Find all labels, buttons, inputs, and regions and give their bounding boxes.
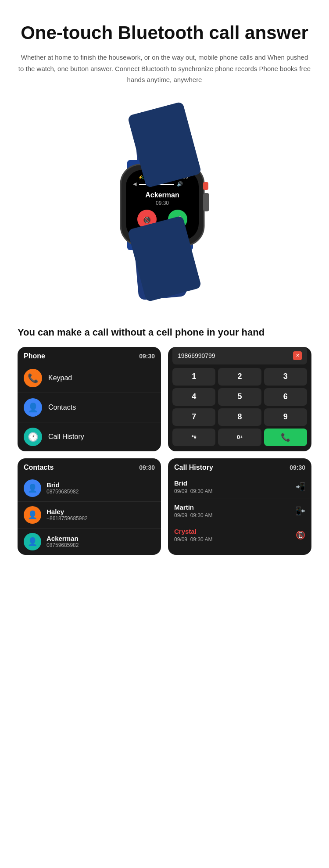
avatar-haley: 👤 <box>24 506 41 524</box>
keypad-0[interactable]: 0+ <box>218 429 261 446</box>
missed-call-icon: 📵 <box>296 530 305 540</box>
contact-phone-haley: +8618759685982 <box>46 515 88 522</box>
keypad-3[interactable]: 3 <box>264 368 307 386</box>
keypad-label: Keypad <box>48 374 72 382</box>
call-info-crystal: Crystal 09/09 09:30 AM <box>174 528 212 543</box>
contact-phone-brid: 08759685982 <box>46 489 79 495</box>
contacts-panel: Contacts 09:30 👤 Brid 08759685982 👤 Hale… <box>18 458 161 555</box>
second-section: You can make a call without a cell phone… <box>0 322 329 568</box>
second-title: You can make a call without a cell phone… <box>18 327 311 338</box>
keypad-grid: 1 2 3 4 5 6 7 8 9 *# 0+ 📞 <box>168 368 311 450</box>
contacts-title: Contacts <box>24 464 54 472</box>
ui-grid: Phone 09:30 📞 Keypad 👤 Contacts 🕐 Call H… <box>18 347 311 555</box>
avatar-ackerman: 👤 <box>24 533 41 550</box>
call-time-crystal: 09/09 09:30 AM <box>174 536 212 543</box>
contact-info-haley: Haley +8618759685982 <box>46 508 88 522</box>
call-history-title: Call History <box>174 464 213 472</box>
call-info-brid: Brid 09/09 09:30 AM <box>174 479 212 494</box>
call-history-panel: Call History 09:30 Brid 09/09 09:30 AM 📲… <box>168 458 311 555</box>
keypad-star[interactable]: *# <box>172 429 215 446</box>
keypad-display: 19866990799 ✕ <box>172 347 307 364</box>
avatar-brid: 👤 <box>24 479 41 497</box>
svg-text:◀: ◀ <box>133 181 137 186</box>
call-time-brid: 09/09 09:30 AM <box>174 488 212 494</box>
call-name-crystal: Crystal <box>174 528 212 535</box>
header-section: One-touch Bluetooth call answer Whether … <box>0 0 329 99</box>
keypad-5[interactable]: 5 <box>218 388 261 406</box>
menu-item-contacts[interactable]: 👤 Contacts <box>18 393 161 422</box>
phone-title: Phone <box>24 352 45 360</box>
keypad-icon: 📞 <box>24 369 42 387</box>
phone-panel-header: Phone 09:30 <box>18 347 161 364</box>
call-history-panel-header: Call History 09:30 <box>168 458 311 475</box>
keypad-8[interactable]: 8 <box>218 408 261 426</box>
call-history-icon: 🕐 <box>24 428 42 446</box>
call-name-martin: Martin <box>174 504 212 511</box>
keypad-4[interactable]: 4 <box>172 388 215 406</box>
contacts-icon: 👤 <box>24 398 42 417</box>
keypad-6[interactable]: 6 <box>264 388 307 406</box>
call-crystal[interactable]: Crystal 09/09 09:30 AM 📵 <box>168 523 311 547</box>
contact-info-brid: Brid 08759685982 <box>46 481 79 495</box>
keypad-panel: 19866990799 ✕ 1 2 3 4 5 6 7 8 9 *# 0+ 📞 <box>168 347 311 451</box>
outgoing-call-icon: 📲 <box>296 482 305 492</box>
keypad-7[interactable]: 7 <box>172 408 215 426</box>
contact-ackerman[interactable]: 👤 Ackerman 08759685982 <box>18 529 161 555</box>
keypad-2[interactable]: 2 <box>218 368 261 386</box>
keypad-9[interactable]: 9 <box>264 408 307 426</box>
svg-rect-18 <box>203 193 209 211</box>
watch-illustration: ⚡ 100% 10:00 ◀ 🔊 Ackerman 09:30 📵 🎤 <box>68 107 261 300</box>
incoming-call-icon: 📲 <box>296 506 305 516</box>
phone-time: 09:30 <box>139 353 155 360</box>
contacts-label: Contacts <box>48 404 76 411</box>
svg-text:09:30: 09:30 <box>156 200 169 206</box>
call-brid[interactable]: Brid 09/09 09:30 AM 📲 <box>168 475 311 499</box>
contact-phone-ackerman: 08759685982 <box>46 542 79 548</box>
contacts-time: 09:30 <box>139 464 155 471</box>
call-history-time: 09:30 <box>290 464 305 471</box>
call-name-brid: Brid <box>174 479 212 487</box>
contact-haley[interactable]: 👤 Haley +8618759685982 <box>18 502 161 529</box>
call-time-martin: 09/09 09:30 AM <box>174 512 212 518</box>
keypad-delete-btn[interactable]: ✕ <box>293 351 302 360</box>
svg-text:📵: 📵 <box>143 216 151 224</box>
phone-panel: Phone 09:30 📞 Keypad 👤 Contacts 🕐 Call H… <box>18 347 161 451</box>
keypad-call[interactable]: 📞 <box>264 429 307 446</box>
contact-name-ackerman: Ackerman <box>46 535 79 542</box>
call-history-label: Call History <box>48 433 84 441</box>
svg-text:Ackerman: Ackerman <box>145 191 179 199</box>
main-description: Whether at home to finish the housework,… <box>18 52 311 86</box>
contact-name-haley: Haley <box>46 508 88 515</box>
main-title: One-touch Bluetooth call answer <box>18 22 311 44</box>
contact-brid[interactable]: 👤 Brid 08759685982 <box>18 475 161 502</box>
contact-info-ackerman: Ackerman 08759685982 <box>46 535 79 548</box>
watch-container: ⚡ 100% 10:00 ◀ 🔊 Ackerman 09:30 📵 🎤 <box>0 99 329 322</box>
call-info-martin: Martin 09/09 09:30 AM <box>174 504 212 518</box>
call-martin[interactable]: Martin 09/09 09:30 AM 📲 <box>168 499 311 523</box>
menu-item-keypad[interactable]: 📞 Keypad <box>18 364 161 393</box>
svg-text:🔊: 🔊 <box>177 181 183 187</box>
menu-item-call-history[interactable]: 🕐 Call History <box>18 422 161 451</box>
keypad-1[interactable]: 1 <box>172 368 215 386</box>
contacts-panel-header: Contacts 09:30 <box>18 458 161 475</box>
contact-name-brid: Brid <box>46 481 79 489</box>
keypad-number: 19866990799 <box>178 352 215 359</box>
svg-rect-19 <box>203 182 208 190</box>
